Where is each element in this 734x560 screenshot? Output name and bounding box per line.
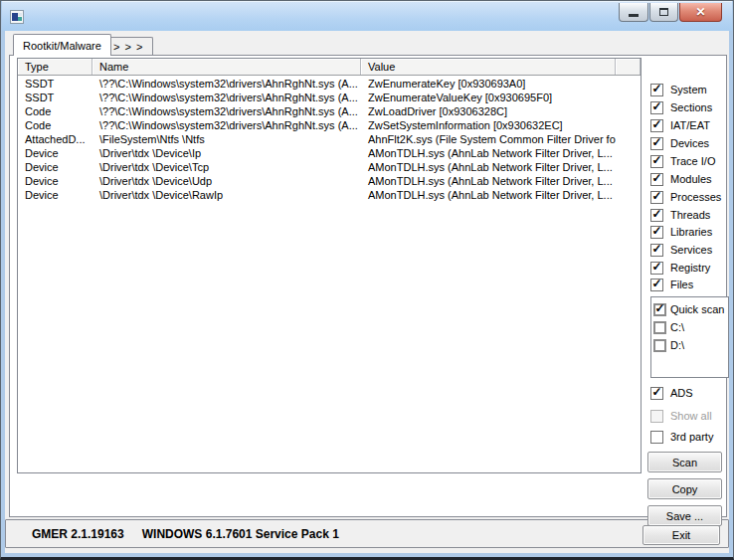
tab-rootkit-malware[interactable]: Rootkit/Malware <box>13 34 111 56</box>
target-drive-c[interactable]: ✓C:\ <box>653 318 728 336</box>
cell-name: \??\C:\Windows\system32\drivers\AhnRghNt… <box>92 105 361 119</box>
results-table[interactable]: Type Name Value SSDT \??\C:\Windows\syst… <box>17 58 642 473</box>
table-row[interactable]: SSDT \??\C:\Windows\system32\drivers\Ahn… <box>18 78 641 92</box>
cell-name: \Driver\tdx \Device\RawIp <box>92 189 361 203</box>
column-header-name[interactable]: Name <box>92 59 361 75</box>
save-button[interactable]: Save ... <box>647 505 722 526</box>
checkbox-icon: ✓ <box>650 262 663 275</box>
cell-type: AttachedD... <box>18 133 92 147</box>
column-header-type[interactable]: Type <box>18 59 92 75</box>
checkbox-icon: ✓ <box>650 137 663 150</box>
cell-value: ZwLoadDriver [0x9306328C] <box>361 105 616 119</box>
cell-name: \Driver\tdx \Device\Udp <box>92 175 361 189</box>
checkbox-icon: ✓ <box>653 339 666 352</box>
status-text: GMER 2.1.19163WINDOWS 6.1.7601 Service P… <box>32 527 339 541</box>
app-icon <box>10 10 24 24</box>
table-row[interactable]: SSDT \??\C:\Windows\system32\drivers\Ahn… <box>18 92 641 105</box>
checkbox-icon: ✓ <box>650 279 663 291</box>
checkbox-icon: ✓ <box>653 303 666 316</box>
checkbox-registry[interactable]: ✓Registry <box>650 261 710 275</box>
client-area: Rootkit/Malware > > > Type Name Value SS… <box>5 31 729 553</box>
minimize-icon <box>629 14 639 17</box>
minimize-button[interactable] <box>619 3 648 22</box>
cell-value: ZwEnumerateValueKey [0x930695F0] <box>361 92 616 105</box>
scan-button[interactable]: Scan <box>647 452 722 472</box>
cell-type: Code <box>18 119 92 133</box>
status-bar: GMER 2.1.19163WINDOWS 6.1.7601 Service P… <box>5 519 729 548</box>
table-row[interactable]: Device \Driver\tdx \Device\Tcp AMonTDLH.… <box>18 161 641 175</box>
checkbox-devices[interactable]: ✓Devices <box>650 136 709 150</box>
checkbox-services[interactable]: ✓Services <box>650 243 712 257</box>
checkbox-icon: ✓ <box>650 431 663 444</box>
maximize-button[interactable] <box>649 3 678 22</box>
cell-value: AhnFlt2K.sys (File System Common Filter … <box>361 133 616 147</box>
checkbox-icon: ✓ <box>650 155 663 168</box>
tab-label: Rootkit/Malware <box>23 40 101 52</box>
column-header-value[interactable]: Value <box>361 59 616 75</box>
checkbox-icon: ✓ <box>650 387 663 400</box>
os-version: WINDOWS 6.1.7601 Service Pack 1 <box>142 527 339 541</box>
cell-name: \Driver\tdx \Device\Ip <box>92 147 361 161</box>
cell-name: \Driver\tdx \Device\Tcp <box>92 161 361 175</box>
target-quick-scan[interactable]: ✓Quick scan <box>653 300 728 318</box>
gmer-window: ✕ Rootkit/Malware > > > Type Name Value … <box>0 0 734 560</box>
exit-button[interactable]: Exit <box>642 525 720 545</box>
cell-value: ZwSetSystemInformation [0x930632EC] <box>361 119 616 133</box>
table-row[interactable]: Device \Driver\tdx \Device\Ip AMonTDLH.s… <box>18 147 641 161</box>
scan-target-list[interactable]: ✓Quick scan ✓C:\ ✓D:\ <box>650 296 729 378</box>
cell-name: \??\C:\Windows\system32\drivers\AhnRghNt… <box>92 119 361 133</box>
table-row[interactable]: Device \Driver\tdx \Device\Udp AMonTDLH.… <box>18 175 641 189</box>
table-row[interactable]: Code \??\C:\Windows\system32\drivers\Ahn… <box>18 119 641 133</box>
cell-type: Device <box>18 147 92 161</box>
cell-type: Code <box>18 105 92 119</box>
close-button[interactable]: ✕ <box>679 3 722 22</box>
cell-type: Device <box>18 175 92 189</box>
checkbox-icon: ✓ <box>650 173 663 186</box>
checkbox-icon: ✓ <box>650 244 663 257</box>
table-row[interactable]: Device \Driver\tdx \Device\RawIp AMonTDL… <box>18 189 641 203</box>
cell-name: \??\C:\Windows\system32\drivers\AhnRghNt… <box>92 78 361 92</box>
cell-value: AMonTDLH.sys (AhnLab Network Filter Driv… <box>361 189 616 203</box>
titlebar: ✕ <box>2 1 732 31</box>
checkbox-icon: ✓ <box>650 226 663 239</box>
table-row[interactable]: AttachedD... \FileSystem\Ntfs \Ntfs AhnF… <box>18 133 641 147</box>
table-body: SSDT \??\C:\Windows\system32\drivers\Ahn… <box>18 76 641 203</box>
checkbox-libraries[interactable]: ✓Libraries <box>650 225 712 239</box>
column-header-blank <box>616 59 641 75</box>
cell-name: \??\C:\Windows\system32\drivers\AhnRghNt… <box>92 92 361 105</box>
cell-type: SSDT <box>18 92 92 105</box>
close-icon: ✕ <box>695 5 705 19</box>
target-drive-d[interactable]: ✓D:\ <box>653 336 728 354</box>
checkbox-processes[interactable]: ✓Processes <box>650 190 721 204</box>
checkbox-icon: ✓ <box>650 101 663 114</box>
cell-type: Device <box>18 189 92 203</box>
checkbox-system[interactable]: ✓System <box>650 83 707 96</box>
cell-value: AMonTDLH.sys (AhnLab Network Filter Driv… <box>361 161 616 175</box>
app-version: GMER 2.1.19163 <box>32 527 124 541</box>
checkbox-icon: ✓ <box>650 410 663 423</box>
checkbox-sections[interactable]: ✓Sections <box>650 100 712 114</box>
checkbox-show-all: ✓Show all <box>650 409 712 423</box>
checkbox-threads[interactable]: ✓Threads <box>650 208 710 222</box>
checkbox-files[interactable]: ✓Files <box>650 278 693 291</box>
cell-name: \FileSystem\Ntfs \Ntfs <box>92 133 361 147</box>
checkbox-ads[interactable]: ✓ADS <box>650 386 693 400</box>
copy-button[interactable]: Copy <box>647 478 722 499</box>
cell-value: ZwEnumerateKey [0x930693A0] <box>361 78 616 92</box>
checkbox-modules[interactable]: ✓Modules <box>650 172 712 186</box>
cell-type: Device <box>18 161 92 175</box>
checkbox-icon: ✓ <box>653 321 666 334</box>
checkbox-icon: ✓ <box>650 119 663 132</box>
table-row[interactable]: Code \??\C:\Windows\system32\drivers\Ahn… <box>18 105 641 119</box>
checkbox-3rd-party[interactable]: ✓3rd party <box>650 430 713 444</box>
cell-value: AMonTDLH.sys (AhnLab Network Filter Driv… <box>361 175 616 189</box>
cell-type: SSDT <box>18 78 92 92</box>
checkbox-icon: ✓ <box>650 209 663 222</box>
checkbox-trace-io[interactable]: ✓Trace I/O <box>650 154 715 168</box>
cell-value: AMonTDLH.sys (AhnLab Network Filter Driv… <box>361 147 616 161</box>
checkbox-icon: ✓ <box>650 191 663 204</box>
maximize-icon <box>659 8 668 16</box>
checkbox-iat-eat[interactable]: ✓IAT/EAT <box>650 118 710 132</box>
rootkit-malware-page: Type Name Value SSDT \??\C:\Windows\syst… <box>9 55 727 517</box>
window-controls: ✕ <box>618 3 722 22</box>
